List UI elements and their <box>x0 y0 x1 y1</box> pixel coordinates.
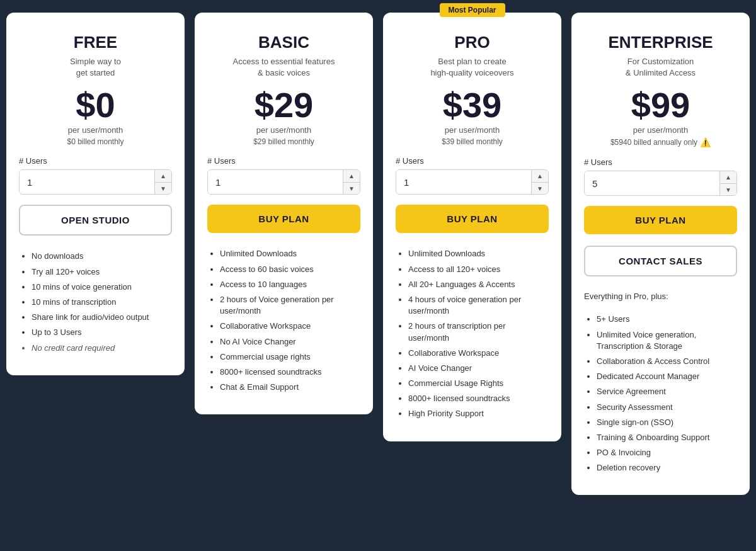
users-label-pro: # Users <box>396 156 549 166</box>
users-input-wrapper-free: ▲ ▼ <box>19 169 172 195</box>
cta-button-basic[interactable]: BUY PLAN <box>207 205 360 233</box>
feature-item: Unlimited Downloads <box>220 248 360 259</box>
plan-name-pro: PRO <box>396 33 549 52</box>
plan-billing-enterprise: per user/month <box>584 125 737 135</box>
feature-item: Deletion recovery <box>597 462 737 474</box>
users-decrement-basic[interactable]: ▼ <box>343 183 360 195</box>
plan-name-basic: BASIC <box>207 33 360 52</box>
plan-desc-basic: Access to essential features& basic voic… <box>207 56 360 79</box>
plan-card-enterprise: ENTERPRISEFor Customization& Unlimited A… <box>571 13 750 495</box>
feature-item: 10 mins of transcription <box>32 297 172 308</box>
plan-billing-sub-free: $0 billed monthly <box>19 137 172 146</box>
feature-item: 4 hours of voice generation per user/mon… <box>408 294 549 317</box>
users-decrement-free[interactable]: ▼ <box>155 183 171 195</box>
plan-price-basic: $29 <box>207 88 360 123</box>
users-input-enterprise[interactable] <box>585 171 719 195</box>
users-stepper-free: ▲ ▼ <box>154 170 171 194</box>
features-list-enterprise: 5+ UsersUnlimited Voice generation, Tran… <box>584 314 737 477</box>
feature-item: Service Agreement <box>597 386 737 397</box>
cta-button-free[interactable]: OPEN STUDIO <box>19 205 172 236</box>
feature-item: 2 hours of Voice generation per user/mon… <box>220 294 360 317</box>
plan-desc-free: Simple way toget started <box>19 56 172 79</box>
feature-item: AI Voice Changer <box>408 363 549 374</box>
users-input-wrapper-basic: ▲ ▼ <box>207 169 360 195</box>
users-input-basic[interactable] <box>208 170 343 194</box>
feature-item: Unlimited Voice generation, Transcriptio… <box>597 329 737 352</box>
users-label-basic: # Users <box>207 156 360 166</box>
plan-card-pro: Most Popular PROBest plan to createhigh-… <box>383 13 561 441</box>
feature-item: Collaboration & Access Control <box>597 356 737 367</box>
plan-card-free: FREESimple way toget started$0per user/m… <box>6 13 185 375</box>
plan-billing-basic: per user/month <box>207 125 360 135</box>
feature-item: Share link for audio/video output <box>32 312 172 323</box>
feature-item: Collaborative Workspace <box>408 348 549 359</box>
feature-item: Access to all 120+ voices <box>408 264 549 275</box>
users-input-free[interactable] <box>20 170 154 194</box>
enterprise-intro: Everything in Pro, plus: <box>584 292 737 301</box>
features-list-pro: Unlimited DownloadsAccess to all 120+ vo… <box>396 248 549 423</box>
users-increment-basic[interactable]: ▲ <box>343 170 360 183</box>
users-section-basic: # Users ▲ ▼ <box>207 156 360 195</box>
users-stepper-enterprise: ▲ ▼ <box>719 171 736 195</box>
plan-price-pro: $39 <box>396 88 549 123</box>
feature-item: Up to 3 Users <box>32 327 172 338</box>
cta-button-enterprise[interactable]: BUY PLAN <box>584 206 737 234</box>
users-increment-enterprise[interactable]: ▲ <box>720 171 736 184</box>
feature-item: No credit card required <box>32 343 172 354</box>
feature-item: Commercial Usage Rights <box>408 378 549 389</box>
users-input-pro[interactable] <box>396 170 531 194</box>
features-list-free: No downloadsTry all 120+ voices10 mins o… <box>19 251 172 357</box>
plan-price-free: $0 <box>19 88 172 123</box>
feature-item: Access to 10 languages <box>220 279 360 290</box>
features-list-basic: Unlimited DownloadsAccess to 60 basic vo… <box>207 248 360 397</box>
plan-billing-sub-pro: $39 billed monthly <box>396 137 549 146</box>
feature-item: Chat & Email Support <box>220 382 360 393</box>
plan-billing-pro: per user/month <box>396 125 549 135</box>
cta-button-pro[interactable]: BUY PLAN <box>396 205 549 233</box>
plan-billing-sub-enterprise: $5940 billed annually only ⚠️ <box>584 137 737 147</box>
plan-billing-sub-basic: $29 billed monthly <box>207 137 360 146</box>
users-decrement-enterprise[interactable]: ▼ <box>720 184 736 196</box>
feature-item: Single sign-on (SSO) <box>597 417 737 428</box>
users-stepper-basic: ▲ ▼ <box>343 170 360 194</box>
feature-item: 5+ Users <box>597 314 737 325</box>
users-increment-free[interactable]: ▲ <box>155 170 171 183</box>
most-popular-badge: Most Popular <box>439 3 505 17</box>
feature-item: No downloads <box>32 251 172 262</box>
feature-item: Security Assessment <box>597 402 737 413</box>
plan-price-enterprise: $99 <box>584 88 737 123</box>
feature-item: Training & Onboarding Support <box>597 432 737 443</box>
feature-item: High Priority Support <box>408 408 549 419</box>
feature-item: Collaborative Workspace <box>220 321 360 332</box>
feature-item: 2 hours of transcription per user/month <box>408 321 549 343</box>
feature-item: Commercial usage rights <box>220 351 360 363</box>
most-popular-badge-wrapper: Most Popular <box>439 4 505 15</box>
users-section-free: # Users ▲ ▼ <box>19 156 172 195</box>
feature-item: Access to 60 basic voices <box>220 264 360 275</box>
feature-item: Unlimited Downloads <box>408 248 549 259</box>
users-increment-pro[interactable]: ▲ <box>532 170 548 183</box>
contact-sales-button[interactable]: CONTACT SALES <box>584 246 737 276</box>
feature-item: Dedicated Account Manager <box>597 371 737 382</box>
users-section-pro: # Users ▲ ▼ <box>396 156 549 195</box>
users-decrement-pro[interactable]: ▼ <box>532 183 548 195</box>
plan-name-enterprise: ENTERPRISE <box>584 33 737 52</box>
users-label-free: # Users <box>19 156 172 166</box>
feature-item: PO & Invoicing <box>597 447 737 458</box>
users-section-enterprise: # Users ▲ ▼ <box>584 157 737 196</box>
users-stepper-pro: ▲ ▼ <box>531 170 548 194</box>
plan-card-basic: BASICAccess to essential features& basic… <box>195 13 373 414</box>
billing-sub-text: $5940 billed annually only <box>610 138 697 147</box>
plan-desc-enterprise: For Customization& Unlimited Access <box>584 56 737 79</box>
plan-billing-free: per user/month <box>19 125 172 135</box>
feature-item: Try all 120+ voices <box>32 266 172 278</box>
users-input-wrapper-pro: ▲ ▼ <box>396 169 549 195</box>
plan-desc-pro: Best plan to createhigh-quality voiceove… <box>396 56 549 79</box>
feature-item: 10 mins of voice generation <box>32 281 172 293</box>
users-input-wrapper-enterprise: ▲ ▼ <box>584 171 737 196</box>
feature-item: No AI Voice Changer <box>220 336 360 348</box>
feature-item: All 20+ Languages & Accents <box>408 279 549 290</box>
warning-icon: ⚠️ <box>700 137 711 147</box>
pricing-grid: FREESimple way toget started$0per user/m… <box>6 13 750 495</box>
feature-item: 8000+ licensed soundtracks <box>408 393 549 404</box>
